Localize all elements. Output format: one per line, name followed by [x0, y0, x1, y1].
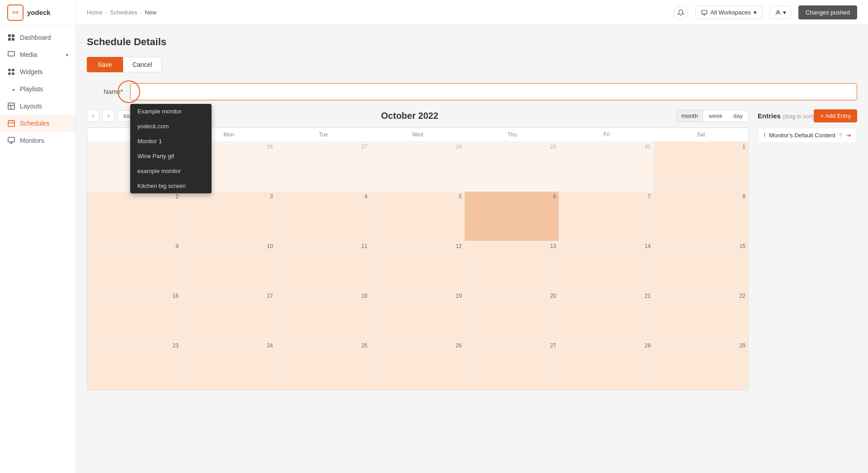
- cell-date: 2: [90, 193, 179, 200]
- entry-arrow-icon[interactable]: ➜: [846, 132, 851, 139]
- svg-rect-10: [8, 103, 14, 109]
- cell-date: 9: [90, 243, 179, 249]
- dropdown-item-1[interactable]: yodeck.com: [130, 119, 212, 134]
- calendar-cell-r4c4[interactable]: 27: [465, 341, 559, 390]
- svg-point-9: [13, 89, 14, 91]
- logo-area[interactable]: ≡≡ yodeck: [0, 0, 75, 25]
- dropdown-item-3[interactable]: Wine Party gif: [130, 149, 212, 164]
- calendar-cell-r3c2[interactable]: 18: [276, 291, 371, 341]
- logo-text: yodeck: [27, 9, 51, 16]
- calendar-cell-r4c0[interactable]: 23: [87, 341, 182, 390]
- calendar-cell-r2c3[interactable]: 12: [371, 241, 465, 291]
- calendar-cell-r3c6[interactable]: 22: [654, 291, 748, 341]
- view-week-button[interactable]: week: [703, 110, 728, 122]
- workspace-button[interactable]: All Workspaces ▾: [695, 6, 762, 19]
- cell-date: 29: [467, 144, 556, 150]
- cell-date: 26: [373, 342, 462, 349]
- sidebar-item-layouts-label: Layouts: [20, 103, 42, 110]
- user-chevron-icon: ▾: [783, 9, 786, 16]
- entry-help-icon[interactable]: ?: [839, 132, 842, 139]
- sidebar-item-layouts[interactable]: Layouts: [0, 98, 75, 115]
- day-header-wed: Wed: [371, 128, 465, 142]
- breadcrumb-home[interactable]: Home: [87, 9, 103, 16]
- view-buttons: month week day: [676, 110, 749, 122]
- calendar-prev-button[interactable]: ‹: [87, 109, 99, 122]
- changes-pushed-button[interactable]: Changes pushed: [798, 5, 857, 19]
- calendar-cell-r3c1[interactable]: 17: [182, 291, 276, 341]
- workspace-chevron-icon: ▾: [754, 9, 757, 16]
- entry-item-0: ! Monitor's Default Content ? ➜: [758, 128, 857, 143]
- dropdown-item-5[interactable]: Kitchen big screen: [130, 178, 212, 193]
- playlists-icon: [7, 85, 15, 93]
- cell-date: 11: [279, 243, 368, 249]
- calendar-cell-r1c3[interactable]: 5: [371, 192, 465, 241]
- calendar-cell-r4c6[interactable]: 29: [654, 341, 748, 390]
- cell-date: 6: [467, 193, 556, 200]
- dropdown-item-2[interactable]: Monitor 1: [130, 134, 212, 149]
- cell-date: 17: [184, 293, 273, 299]
- calendar-cell-r1c2[interactable]: 4: [276, 192, 371, 241]
- main-content: Schedule Details Save Cancel Name* Examp…: [76, 25, 868, 473]
- cancel-button[interactable]: Cancel: [123, 57, 162, 72]
- calendar-cell-r3c3[interactable]: 19: [371, 291, 465, 341]
- calendar-cell-r0c2[interactable]: 27: [276, 142, 371, 192]
- calendar-cell-r1c0[interactable]: 2: [87, 192, 182, 241]
- notification-button[interactable]: [674, 5, 688, 20]
- calendar-cell-r2c1[interactable]: 10: [182, 241, 276, 291]
- user-button[interactable]: ▾: [770, 6, 791, 19]
- workspace-label: All Workspaces: [710, 9, 750, 16]
- media-chevron-icon: ▾: [66, 52, 68, 57]
- calendar-cell-r4c5[interactable]: 28: [559, 341, 654, 390]
- calendar-cell-r2c6[interactable]: 15: [654, 241, 748, 291]
- calendar-cell-r2c4[interactable]: 13: [465, 241, 559, 291]
- calendar-cell-r4c1[interactable]: 24: [182, 341, 276, 390]
- sidebar: ≡≡ yodeck Dashboard Media ▾ Widgets: [0, 0, 76, 473]
- calendar-cell-r4c3[interactable]: 26: [371, 341, 465, 390]
- add-entry-button[interactable]: + Add Entry: [814, 109, 857, 122]
- calendar-cell-r1c5[interactable]: 7: [559, 192, 654, 241]
- entries-title: Entries: [758, 112, 781, 120]
- breadcrumb-schedules[interactable]: Schedules: [110, 9, 137, 16]
- calendar-cell-r2c2[interactable]: 11: [276, 241, 371, 291]
- name-input[interactable]: [130, 83, 857, 100]
- svg-point-7: [8, 72, 11, 75]
- sidebar-item-schedules-label: Schedules: [20, 120, 49, 127]
- cell-date: 12: [373, 243, 462, 249]
- dropdown-item-4[interactable]: example monitor: [130, 164, 212, 178]
- sidebar-item-playlists[interactable]: Playlists: [0, 80, 75, 98]
- calendar-next-button[interactable]: ›: [102, 109, 115, 122]
- calendar-cell-r0c5[interactable]: 30: [559, 142, 654, 192]
- save-button[interactable]: Save: [87, 57, 123, 72]
- calendar-cell-r3c4[interactable]: 20: [465, 291, 559, 341]
- name-label: Name*: [87, 88, 123, 95]
- calendar-cell-r3c0[interactable]: 16: [87, 291, 182, 341]
- calendar-cell-r1c6[interactable]: 8: [654, 192, 748, 241]
- sidebar-item-widgets-label: Widgets: [20, 68, 43, 75]
- sidebar-item-dashboard[interactable]: Dashboard: [0, 29, 75, 46]
- svg-rect-11: [8, 121, 14, 126]
- sidebar-item-widgets[interactable]: Widgets: [0, 63, 75, 80]
- sidebar-item-monitors[interactable]: Monitors: [0, 132, 75, 149]
- calendar-cell-r0c4[interactable]: 29: [465, 142, 559, 192]
- sidebar-item-media[interactable]: Media ▾: [0, 46, 75, 63]
- calendar-cell-r2c5[interactable]: 14: [559, 241, 654, 291]
- widgets-icon: [7, 68, 15, 76]
- layouts-icon: [7, 102, 15, 110]
- calendar-cell-r2c0[interactable]: 9: [87, 241, 182, 291]
- day-header-fri: Fri: [559, 128, 654, 142]
- entry-label: Monitor's Default Content: [769, 132, 835, 139]
- calendar-cell-r1c1[interactable]: 3: [182, 192, 276, 241]
- workspace-icon: [701, 9, 708, 16]
- sidebar-item-schedules[interactable]: Schedules: [0, 115, 75, 132]
- svg-rect-3: [12, 38, 14, 41]
- calendar-cell-r3c5[interactable]: 21: [559, 291, 654, 341]
- calendar-cell-r1c4[interactable]: 6: [465, 192, 559, 241]
- svg-point-5: [8, 69, 11, 71]
- calendar-cell-r4c2[interactable]: 25: [276, 341, 371, 390]
- view-month-button[interactable]: month: [676, 110, 703, 122]
- calendar-cell-r0c6[interactable]: 1: [654, 142, 748, 192]
- calendar-cell-r0c3[interactable]: 28: [371, 142, 465, 192]
- view-day-button[interactable]: day: [728, 110, 748, 122]
- logo-icon: ≡≡: [7, 5, 24, 21]
- dropdown-item-0[interactable]: Example monitor: [130, 104, 212, 119]
